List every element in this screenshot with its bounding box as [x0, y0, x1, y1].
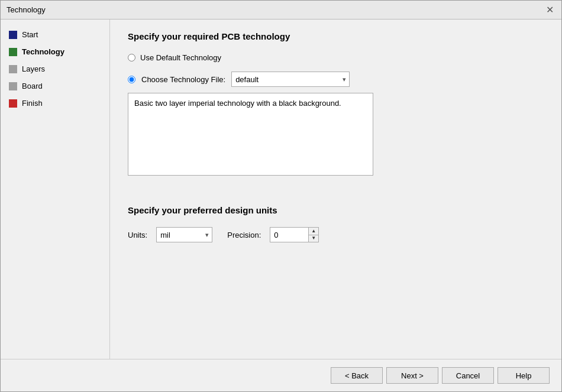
- section1-title: Specify your required PCB technology: [128, 31, 544, 41]
- svg-rect-2: [9, 65, 17, 73]
- radio-group: Use Default Technology Choose Technology…: [128, 53, 544, 193]
- main-panel: Specify your required PCB technology Use…: [110, 20, 561, 359]
- radio-use-default-label[interactable]: Use Default Technology: [140, 53, 221, 62]
- cancel-button[interactable]: Cancel: [442, 367, 494, 384]
- window-title: Technology: [7, 5, 46, 14]
- radio-choose-file-group: Choose Technology File: default Basic tw…: [128, 72, 544, 193]
- units-label: Units:: [128, 231, 147, 239]
- units-select-wrapper: mil mm inch: [156, 227, 212, 242]
- start-icon: [9, 31, 17, 39]
- precision-down-button[interactable]: ▼: [309, 235, 318, 242]
- help-button[interactable]: Help: [498, 367, 550, 384]
- sidebar: Start Technology Layers Bo: [1, 20, 110, 359]
- precision-up-button[interactable]: ▲: [309, 228, 318, 235]
- sidebar-label-technology: Technology: [22, 47, 64, 56]
- sidebar-item-start[interactable]: Start: [7, 28, 104, 41]
- footer: < Back Next > Cancel Help: [1, 359, 561, 391]
- sidebar-label-board: Board: [22, 82, 43, 90]
- finish-icon: [9, 99, 17, 108]
- units-select[interactable]: mil mm inch: [156, 227, 212, 242]
- precision-input[interactable]: [270, 227, 308, 242]
- tech-file-row: Choose Technology File: default: [128, 72, 544, 87]
- radio-choose-file[interactable]: [128, 76, 135, 83]
- board-icon: [9, 82, 17, 90]
- radio-use-default-row: Use Default Technology: [128, 53, 544, 62]
- precision-label: Precision:: [227, 231, 261, 239]
- sidebar-item-finish[interactable]: Finish: [7, 97, 104, 109]
- tech-description-box: Basic two layer imperial technology with…: [128, 93, 373, 176]
- content-area: Start Technology Layers Bo: [1, 20, 561, 359]
- radio-choose-file-label[interactable]: Choose Technology File:: [141, 75, 225, 84]
- tech-description-text: Basic two layer imperial technology with…: [134, 99, 341, 108]
- section2-title: Specify your preferred design units: [128, 205, 544, 215]
- close-button[interactable]: ✕: [544, 4, 555, 16]
- sidebar-label-finish: Finish: [22, 99, 43, 108]
- sidebar-item-board[interactable]: Board: [7, 80, 104, 92]
- sidebar-item-technology[interactable]: Technology: [7, 46, 104, 58]
- next-button[interactable]: Next >: [386, 367, 438, 384]
- precision-wrapper: ▲ ▼: [270, 227, 319, 242]
- tech-select-wrapper: default: [231, 72, 350, 87]
- technology-icon: [9, 48, 17, 56]
- svg-rect-3: [9, 82, 17, 90]
- sidebar-label-layers: Layers: [22, 64, 45, 73]
- title-bar: Technology ✕: [1, 1, 561, 20]
- precision-spinners: ▲ ▼: [308, 227, 319, 242]
- main-window: Technology ✕ Start Technology: [0, 0, 562, 392]
- layers-icon: [9, 65, 17, 73]
- svg-rect-1: [9, 48, 17, 56]
- svg-rect-0: [9, 31, 17, 39]
- units-row: Units: mil mm inch Precision: ▲ ▼: [128, 227, 544, 242]
- sidebar-item-layers[interactable]: Layers: [7, 63, 104, 75]
- tech-file-select[interactable]: default: [231, 72, 350, 87]
- svg-rect-4: [9, 99, 17, 108]
- sidebar-label-start: Start: [22, 30, 38, 39]
- radio-use-default[interactable]: [128, 54, 135, 61]
- back-button[interactable]: < Back: [331, 367, 383, 384]
